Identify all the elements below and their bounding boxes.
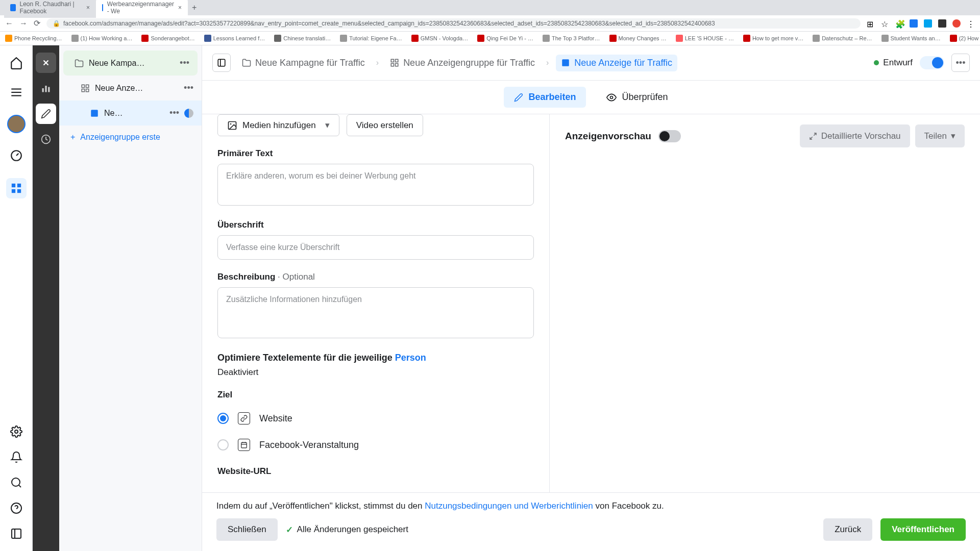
app-icon[interactable] [924,19,932,28]
active-toggle[interactable] [920,56,944,69]
breadcrumb-adset[interactable]: Neue Anzeigengruppe für Traffic [386,56,539,70]
create-video-button[interactable]: Video erstellen [347,114,423,136]
chart-icon[interactable] [36,78,56,98]
tree-ad[interactable]: Ne… ••• [59,101,202,126]
breadcrumb-ad[interactable]: Neue Anzeige für Traffic [556,55,677,71]
bookmark-item[interactable]: Phone Recycling… [5,35,62,42]
chevron-down-icon: ▾ [951,131,955,141]
breadcrumb-campaign[interactable]: Neue Kampagne für Traffic [238,56,369,70]
folder-icon [75,59,84,68]
person-link[interactable]: Person [395,353,426,363]
bookmark-item[interactable]: Money Changes … [609,35,667,42]
share-button[interactable]: Teilen▾ [915,124,965,147]
publish-button[interactable]: Veröffentlichen [880,518,966,541]
svg-rect-23 [82,89,84,91]
bell-icon[interactable] [9,450,23,464]
tab-edit[interactable]: Bearbeiten [504,87,586,108]
bookmark-item[interactable]: (1) How Working a… [71,35,133,42]
panel-toggle-button[interactable] [212,54,231,72]
preview-column: Anzeigenvorschau Detaillierte Vorschau T… [549,114,980,492]
svg-rect-17 [42,88,44,92]
gear-icon[interactable] [9,424,23,439]
home-icon[interactable] [9,56,23,70]
more-icon[interactable]: ••• [169,108,179,118]
app-icon[interactable] [938,19,946,28]
add-media-button[interactable]: Medien hinzufügen▾ [217,114,339,136]
svg-rect-26 [218,59,225,66]
close-button[interactable]: Schließen [216,518,278,541]
bookmark-item[interactable]: Chinese translati… [274,35,331,42]
close-icon[interactable]: × [86,4,90,11]
collapse-icon[interactable] [9,527,23,541]
reload-icon[interactable]: ⟳ [34,18,40,28]
forward-icon[interactable]: → [19,19,28,28]
eye-icon [606,92,617,103]
svg-rect-36 [241,442,247,448]
folder-icon [242,58,251,67]
global-rail [0,45,33,551]
bookmark-item[interactable]: Sonderangebot… [141,35,194,42]
headline-input[interactable] [217,235,534,260]
close-button[interactable] [36,53,56,73]
extension-icon[interactable]: ⊞ [867,19,875,28]
gauge-icon[interactable] [9,148,23,163]
svg-line-40 [814,133,816,136]
bookmark-item[interactable]: GMSN - Vologda… [411,35,469,42]
footer: Indem du auf „Veröffentlichen" klickst, … [202,492,980,551]
detailed-preview-button[interactable]: Detaillierte Vorschau [800,124,910,147]
tree-campaign[interactable]: Neue Kampa… ••• [63,51,198,76]
bookmark-item[interactable]: Qing Fei De Yi - … [477,35,533,42]
menu-icon[interactable] [9,85,23,99]
bookmark-item[interactable]: LEE 'S HOUSE - … [676,35,734,42]
address-bar[interactable]: 🔒 facebook.com/adsmanager/manage/ads/edi… [46,18,861,29]
calendar-icon [238,439,250,451]
svg-line-10 [18,485,20,487]
add-adgroup-button[interactable]: + Anzeigengruppe erste [59,126,202,149]
tree-adset[interactable]: Neue Anze… ••• [59,76,202,101]
bookmark-item[interactable]: Lessons Learned f… [204,35,265,42]
tab-review[interactable]: Überprüfen [596,87,678,108]
edit-icon[interactable] [36,104,56,124]
new-tab-button[interactable]: + [188,1,201,14]
bookmark-item[interactable]: The Top 3 Platfor… [543,35,600,42]
preview-toggle[interactable] [658,130,681,142]
primary-text-label: Primärer Text [217,148,534,159]
svg-rect-19 [48,87,50,92]
svg-rect-24 [86,89,89,91]
search-icon[interactable] [9,475,23,490]
puzzle-icon[interactable]: 🧩 [895,19,903,28]
history-icon[interactable] [36,129,56,149]
bookmark-item[interactable]: Tutorial: Eigene Fa… [340,35,402,42]
back-icon[interactable]: ← [5,19,13,28]
more-icon[interactable]: ••• [184,83,193,93]
primary-text-input[interactable] [217,164,534,206]
headline-label: Überschrift [217,220,534,230]
radio-label: Website [259,413,292,424]
subnav: Bearbeiten Überprüfen [202,81,980,114]
browser-tab[interactable]: Werbeanzeigenmanager - We× [96,0,188,18]
fb-icon[interactable] [910,19,918,28]
terms-link[interactable]: Nutzungsbedingungen und Werberichtlinien [425,501,593,511]
back-button[interactable]: Zurück [823,518,872,541]
svg-rect-22 [86,85,89,87]
bookmark-item[interactable]: (2) How To Add A… [950,35,980,42]
more-button[interactable]: ••• [951,54,970,72]
help-icon[interactable] [9,501,23,515]
bookmark-item[interactable]: Student Wants an… [881,35,941,42]
bookmark-item[interactable]: Datenschutz – Re… [813,35,872,42]
profile-avatar-icon[interactable] [952,19,961,28]
account-avatar[interactable] [7,115,26,133]
radio-website[interactable]: Website [217,405,534,432]
close-icon[interactable]: × [178,4,182,11]
browser-tab[interactable]: Leon R. Chaudhari | Facebook× [4,0,96,18]
bookmark-item[interactable]: How to get more v… [743,35,803,42]
chevron-down-icon: ▾ [325,120,330,131]
star-icon[interactable]: ☆ [881,19,889,28]
radio-event[interactable]: Facebook-Veranstaltung [217,432,534,458]
adset-icon [81,84,90,93]
grid-icon[interactable] [6,178,27,198]
chevron-right-icon: › [546,58,549,67]
more-icon[interactable]: ••• [180,58,189,68]
menu-icon[interactable]: ⋮ [967,19,975,28]
description-input[interactable] [217,287,534,338]
